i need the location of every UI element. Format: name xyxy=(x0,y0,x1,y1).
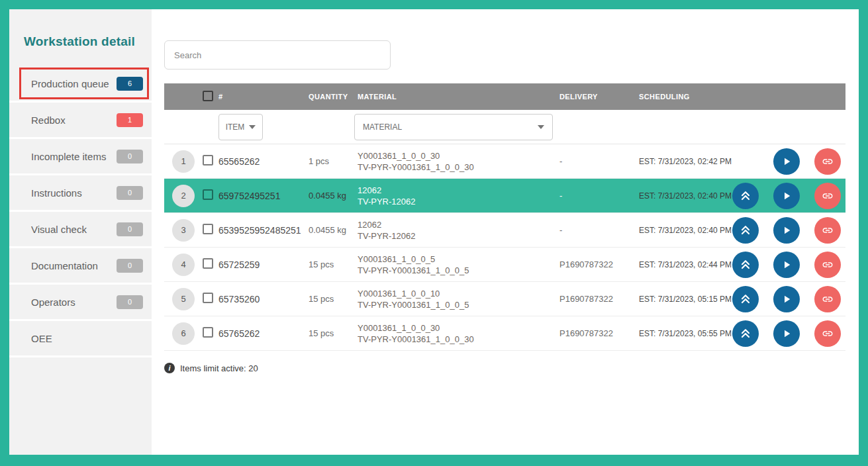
play-button[interactable] xyxy=(773,252,800,278)
sidebar-item-label: Operators xyxy=(31,297,117,308)
delivery-value: - xyxy=(559,191,639,201)
scheduling-value: EST: 7/31/2023, 02:42 PM xyxy=(639,157,732,166)
sidebar-item-label: Documentation xyxy=(31,260,117,271)
main-content: # QUANTITY MATERIAL DELIVERY SCHEDULING … xyxy=(152,9,859,455)
sidebar-item-production-queue[interactable]: Production queue 6 xyxy=(9,66,152,103)
table-row: 2 659752495251 0.0455 kg 12062 TV-PYR-12… xyxy=(164,179,845,213)
link-button[interactable] xyxy=(814,148,841,175)
table-row: 6 65765262 15 pcs Y0001361_1_0_0_30 TV-P… xyxy=(164,316,845,351)
filter-row: ITEM MATERIAL xyxy=(164,110,845,144)
row-checkbox[interactable] xyxy=(203,327,213,338)
quantity-value: 15 pcs xyxy=(309,328,358,338)
play-button[interactable] xyxy=(773,286,800,312)
sidebar-item-operators[interactable]: Operators 0 xyxy=(9,285,152,321)
material-cell: Y0001361_1_0_0_10 TV-PYR-Y0001361_1_0_0_… xyxy=(358,288,559,310)
row-number-badge: 2 xyxy=(172,185,195,207)
sidebar: Workstation detail Production queue 6 Re… xyxy=(9,9,152,455)
material-cell: Y0001361_1_0_0_30 TV-PYR-Y0001361_1_0_0_… xyxy=(358,150,559,173)
material-filter-dropdown[interactable]: MATERIAL xyxy=(354,114,553,140)
sidebar-nav: Production queue 6 Redbox 1 Incomplete i… xyxy=(9,66,152,357)
move-to-top-button[interactable] xyxy=(732,286,759,312)
sidebar-item-oee[interactable]: OEE xyxy=(9,321,152,357)
scheduling-value: EST: 7/31/2023, 02:40 PM xyxy=(639,226,732,235)
link-button[interactable] xyxy=(814,252,841,278)
link-button[interactable] xyxy=(814,183,841,209)
table-header: # QUANTITY MATERIAL DELIVERY SCHEDULING xyxy=(164,83,845,110)
table-body: 1 65565262 1 pcs Y0001361_1_0_0_30 TV-PY… xyxy=(164,144,845,351)
sidebar-item-badge: 0 xyxy=(117,295,143,309)
row-number-badge: 6 xyxy=(172,322,195,345)
row-number-badge: 5 xyxy=(172,288,195,310)
material-code: Y0001361_1_0_0_5 xyxy=(358,254,559,265)
row-checkbox[interactable] xyxy=(203,258,213,269)
sidebar-item-redbox[interactable]: Redbox 1 xyxy=(9,103,152,139)
row-checkbox[interactable] xyxy=(203,189,213,200)
material-name: TV-PYR-Y0001361_1_0_0_5 xyxy=(358,299,559,310)
material-cell: 12062 TV-PYR-12062 xyxy=(358,185,559,207)
item-number: 6539525952485251 xyxy=(218,225,309,236)
double-chevron-up-icon xyxy=(739,293,752,306)
link-button[interactable] xyxy=(814,320,841,347)
play-button[interactable] xyxy=(773,183,800,209)
material-code: 12062 xyxy=(358,185,559,196)
delivery-value: - xyxy=(559,156,639,166)
material-name: TV-PYR-Y0001361_1_0_0_30 xyxy=(358,334,559,345)
move-to-top-button[interactable] xyxy=(732,320,759,347)
page-title: Workstation detail xyxy=(24,34,152,49)
column-header-quantity: QUANTITY xyxy=(309,93,358,101)
quantity-value: 15 pcs xyxy=(309,294,358,304)
table-row: 1 65565262 1 pcs Y0001361_1_0_0_30 TV-PY… xyxy=(164,144,845,179)
move-to-top-button[interactable] xyxy=(732,252,759,278)
quantity-value: 1 pcs xyxy=(309,156,358,166)
sidebar-item-badge: 0 xyxy=(117,186,143,200)
sidebar-item-instructions[interactable]: Instructions 0 xyxy=(9,175,152,212)
select-all-checkbox[interactable] xyxy=(203,91,213,101)
info-icon: i xyxy=(164,363,175,373)
material-code: Y0001361_1_0_0_30 xyxy=(358,322,559,334)
link-button[interactable] xyxy=(814,217,841,244)
sidebar-item-badge: 1 xyxy=(117,113,143,127)
material-cell: Y0001361_1_0_0_5 TV-PYR-Y0001361_1_0_0_5 xyxy=(358,254,559,276)
quantity-value: 0.0455 kg xyxy=(309,225,358,235)
sidebar-item-label: Instructions xyxy=(31,187,117,199)
column-header-number: # xyxy=(218,93,309,101)
material-code: 12062 xyxy=(358,219,559,230)
double-chevron-up-icon xyxy=(739,189,752,203)
play-button[interactable] xyxy=(773,148,800,175)
sidebar-item-documentation[interactable]: Documentation 0 xyxy=(9,248,152,285)
item-number: 65565262 xyxy=(218,156,309,167)
play-button[interactable] xyxy=(773,320,800,347)
sidebar-item-label: Visual check xyxy=(31,224,117,235)
link-button[interactable] xyxy=(814,286,841,312)
double-chevron-up-icon xyxy=(739,224,752,237)
row-checkbox[interactable] xyxy=(203,224,213,234)
link-icon xyxy=(822,190,834,202)
row-number-badge: 4 xyxy=(172,254,195,276)
sidebar-item-incomplete-items[interactable]: Incomplete items 0 xyxy=(9,139,152,175)
item-number: 65725259 xyxy=(218,259,309,270)
item-filter-dropdown[interactable]: ITEM xyxy=(218,114,263,140)
play-icon xyxy=(781,328,793,340)
column-header-scheduling: SCHEDULING xyxy=(639,93,732,101)
sidebar-item-label: OEE xyxy=(31,333,143,344)
delivery-value: P1690787322 xyxy=(559,294,639,304)
sidebar-item-badge: 6 xyxy=(117,77,143,91)
column-header-material: MATERIAL xyxy=(358,93,559,101)
scheduling-value: EST: 7/31/2023, 05:15 PM xyxy=(639,295,732,304)
table-row: 4 65725259 15 pcs Y0001361_1_0_0_5 TV-PY… xyxy=(164,248,845,282)
quantity-value: 0.0455 kg xyxy=(309,191,358,201)
row-checkbox[interactable] xyxy=(203,155,213,165)
play-button[interactable] xyxy=(773,217,800,244)
sidebar-item-badge: 0 xyxy=(117,222,143,236)
move-to-top-button[interactable] xyxy=(732,183,759,209)
material-code: Y0001361_1_0_0_10 xyxy=(358,288,559,299)
search-input[interactable] xyxy=(164,40,391,70)
move-to-top-button[interactable] xyxy=(732,217,759,244)
material-filter-label: MATERIAL xyxy=(363,122,538,132)
item-number: 659752495251 xyxy=(218,191,309,201)
sidebar-item-visual-check[interactable]: Visual check 0 xyxy=(9,212,152,248)
link-icon xyxy=(822,328,834,340)
row-checkbox[interactable] xyxy=(203,293,213,303)
play-icon xyxy=(781,190,793,202)
sidebar-item-label: Incomplete items xyxy=(31,151,117,162)
